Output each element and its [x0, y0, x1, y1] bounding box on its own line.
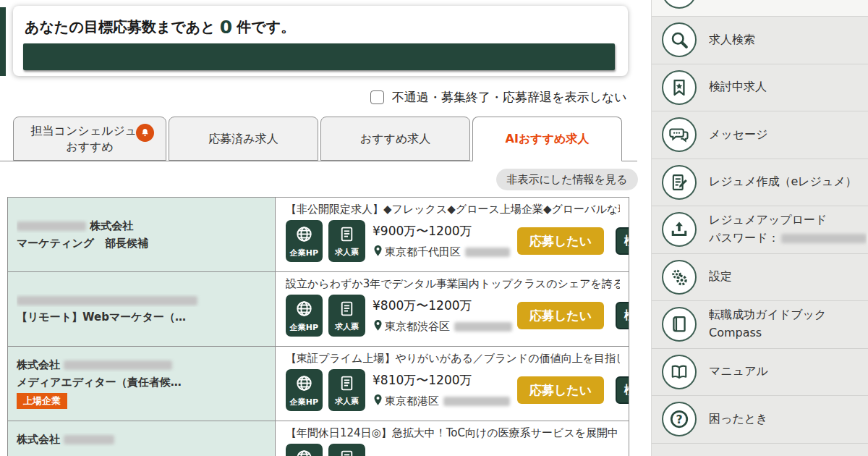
goal-text-before: あなたの目標応募数まであと: [25, 18, 216, 35]
consider-button[interactable]: 検討する: [616, 227, 629, 255]
sidebar-item-resume-upload[interactable]: レジュメアップロード パスワード：: [652, 206, 868, 254]
company-hp-button[interactable]: 企業HP: [286, 295, 323, 337]
sidebar-label: 転職成功ガイドブック Compass: [709, 306, 826, 342]
open-book-icon: [662, 355, 697, 389]
sidebar-item-resume-create[interactable]: レジュメ作成（eレジュメ）: [652, 159, 868, 207]
job-info: ¥800万〜1200万 東京都渋谷区: [373, 297, 514, 334]
position-title: マーケティング 部長候補: [17, 237, 266, 250]
bookmark-star-icon: [662, 70, 697, 105]
job-title: 設立からわずか3年でデンタル事業国内トップクラスのシェアを誇る企業！: [286, 277, 620, 291]
document-icon: [338, 300, 356, 321]
company-hp-label: 企業HP: [290, 322, 318, 333]
salary: ¥810万〜1200万: [373, 372, 514, 389]
view-hidden-info-button[interactable]: 非表示にした情報を見る: [496, 169, 638, 190]
sidebar-label: 設定: [709, 268, 732, 286]
sidebar-label: 検討中求人: [709, 78, 767, 96]
job-sheet-label: 求人票: [335, 247, 359, 258]
sidebar-label: レジュメアップロード パスワード：: [709, 211, 867, 248]
tab-concierge-recommend[interactable]: 担当コンシェルジュの おすすめ: [13, 117, 166, 161]
company-hp-label: 企業HP: [290, 397, 318, 408]
hide-rejected-label[interactable]: 不通過・募集終了・応募辞退を表示しない: [392, 89, 627, 106]
location-pin-icon: [373, 394, 383, 409]
sidebar-item-considering-jobs[interactable]: 検討中求人: [652, 64, 868, 112]
search-icon: [662, 22, 697, 57]
apply-button[interactable]: 応募したい: [517, 376, 604, 404]
company-hp-label: 企業HP: [290, 248, 318, 258]
position-title: メディアエディター（責任者候…: [17, 376, 266, 389]
job-sheet-label: 求人票: [335, 396, 359, 407]
redacted-company-name: [64, 360, 172, 370]
redacted-location: [443, 397, 510, 406]
sidebar-item-settings[interactable]: 設定: [652, 254, 868, 302]
sidebar-label: レジュメ作成（eレジュメ）: [709, 173, 857, 191]
company-name-prefix: 株式会社: [17, 358, 60, 371]
job-title: 【年間休日124日◎】急拡大中！ToC向けの医療系サービスを展開中！: [286, 426, 620, 440]
job-table: 株式会社 マーケティング 部長候補 【非公開限定求人】◆フレックス◆グロース上場…: [7, 197, 629, 456]
company-cell: 株式会社: [8, 421, 276, 456]
redacted-company-name: [17, 221, 86, 231]
hide-rejected-checkbox[interactable]: [370, 90, 384, 104]
apply-button[interactable]: 応募したい: [517, 302, 604, 329]
tab-applied-label: 応募済み求人: [208, 131, 278, 147]
job-sheet-button[interactable]: 求人票: [328, 369, 365, 411]
sidebar-item-messages[interactable]: メッセージ: [652, 111, 868, 159]
left-edge-strip: [0, 7, 6, 76]
gears-icon: [662, 260, 697, 295]
sidebar-label-line1: 転職成功ガイドブック: [709, 306, 826, 324]
goal-banner: あなたの目標応募数まであと0件です。: [13, 6, 628, 76]
resume-edit-icon: [662, 165, 697, 200]
sidebar-label-line2: パスワード：: [709, 231, 780, 245]
job-sheet-button[interactable]: 求人票: [328, 295, 365, 337]
redacted-password: [781, 234, 867, 243]
goal-count: 0: [216, 17, 237, 38]
goal-progress-bar: [23, 43, 615, 70]
bell-notification-icon: [136, 124, 154, 142]
location-pin-icon: [373, 245, 383, 260]
job-info: ¥810万〜1200万 東京都港区: [373, 372, 514, 409]
sidebar-item-manual[interactable]: マニュアル: [652, 349, 868, 397]
location-text: 東京都千代田区: [385, 245, 461, 259]
upload-icon: [662, 212, 697, 247]
job-sheet-label: 求人票: [335, 321, 359, 332]
consider-button[interactable]: 検討する: [616, 376, 629, 404]
location-text: 東京都渋谷区: [385, 320, 450, 334]
sidebar-item-guidebook[interactable]: 転職成功ガイドブック Compass: [652, 301, 868, 349]
chat-icon: [662, 117, 697, 152]
position-title: 【リモート】Webマーケター（…: [17, 311, 266, 324]
sidebar-item-partial-top[interactable]: [652, 0, 868, 17]
company-hp-button[interactable]: 企業HP: [286, 220, 323, 262]
apply-button[interactable]: 応募したい: [517, 227, 604, 255]
sidebar-item-job-search[interactable]: 求人検索: [652, 17, 868, 64]
tab-ai-recommended-jobs[interactable]: AIおすすめ求人: [472, 117, 622, 161]
company-hp-button[interactable]: 企業HP: [286, 369, 323, 411]
tab-applied-jobs[interactable]: 応募済み求人: [169, 117, 318, 161]
sidebar-label: メッセージ: [709, 126, 768, 144]
job-title: 【非公開限定求人】◆フレックス◆グロース上場企業◆グローバルな環境◆: [286, 203, 620, 216]
briefcase-icon: [662, 0, 697, 9]
company-name-prefix: 株式会社: [17, 433, 60, 446]
tab-recommended-jobs[interactable]: おすすめ求人: [320, 117, 470, 161]
company-hp-button[interactable]: 企業HP: [286, 444, 323, 456]
sidebar-label: マニュアル: [709, 363, 768, 381]
svg-text:?: ?: [676, 413, 682, 426]
job-detail-cell: 【非公開限定求人】◆フレックス◆グロース上場企業◆グローバルな環境◆ 企業HP …: [276, 198, 629, 271]
job-row-2: 【リモート】Webマーケター（… 設立からわずか3年でデンタル事業国内トップクラ…: [8, 272, 629, 347]
job-sheet-button[interactable]: 求人票: [328, 444, 365, 456]
sidebar-item-partial-bottom[interactable]: [652, 444, 868, 456]
tab-ai-recommended-label: AIおすすめ求人: [506, 131, 590, 147]
sidebar-item-help[interactable]: ? 困ったとき: [652, 396, 868, 444]
job-row-4: 株式会社 【年間休日124日◎】急拡大中！ToC向けの医療系サービスを展開中！ …: [8, 421, 629, 456]
globe-icon: [294, 373, 314, 396]
redacted-location: [454, 322, 512, 332]
goal-banner-text: あなたの目標応募数まであと0件です。: [25, 17, 295, 38]
globe-icon: [294, 224, 314, 247]
document-icon: [338, 374, 356, 395]
job-info: ¥900万〜1200万 東京都千代田区: [373, 223, 514, 260]
tab-concierge-label: 担当コンシェルジュの おすすめ: [31, 123, 149, 154]
consider-button[interactable]: 検討する: [616, 302, 629, 329]
job-sheet-button[interactable]: 求人票: [328, 220, 365, 262]
salary: ¥900万〜1200万: [373, 223, 514, 240]
redacted-location: [465, 248, 510, 257]
sidebar-label: 求人検索: [709, 31, 755, 49]
book-icon: [662, 307, 697, 342]
